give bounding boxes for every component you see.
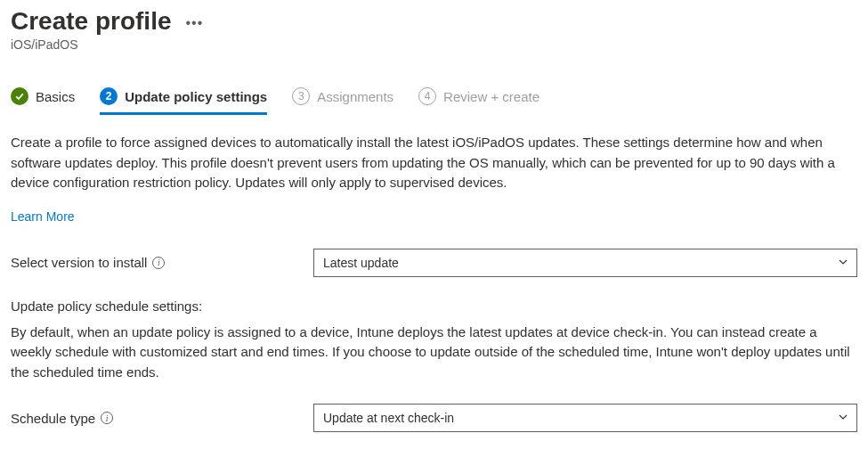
select-value: Latest update	[323, 256, 399, 270]
page-title: Create profile	[11, 7, 172, 36]
schedule-type-label: Schedule type	[11, 411, 95, 426]
wizard-tabs: Basics 2 Update policy settings 3 Assign…	[11, 87, 857, 115]
tab-basics[interactable]: Basics	[11, 87, 75, 115]
more-actions-icon[interactable]: •••	[186, 15, 204, 31]
check-icon	[11, 87, 28, 105]
schedule-type-select[interactable]: Update at next check-in	[313, 404, 857, 432]
select-value: Update at next check-in	[323, 411, 454, 425]
page-description: Create a profile to force assigned devic…	[11, 133, 857, 193]
tab-label: Review + create	[443, 89, 539, 104]
page-subtitle: iOS/iPadOS	[11, 37, 857, 52]
step-number-badge: 2	[100, 87, 118, 105]
tab-label: Basics	[36, 89, 75, 104]
tab-review-create[interactable]: 4 Review + create	[418, 87, 539, 115]
step-number-badge: 3	[292, 87, 310, 105]
schedule-settings-description: By default, when an update policy is ass…	[11, 323, 857, 383]
tab-label: Assignments	[317, 89, 393, 104]
step-number-badge: 4	[418, 87, 436, 105]
tab-label: Update policy settings	[125, 89, 267, 104]
info-icon[interactable]: i	[101, 412, 113, 424]
learn-more-link[interactable]: Learn More	[11, 209, 75, 224]
version-label: Select version to install	[11, 255, 147, 270]
schedule-settings-heading: Update policy schedule settings:	[11, 298, 857, 314]
version-select[interactable]: Latest update	[313, 249, 857, 277]
tab-update-policy-settings[interactable]: 2 Update policy settings	[100, 87, 267, 115]
tab-assignments[interactable]: 3 Assignments	[292, 87, 393, 115]
info-icon[interactable]: i	[152, 257, 165, 269]
